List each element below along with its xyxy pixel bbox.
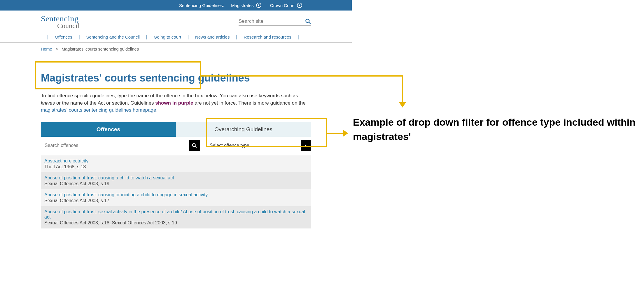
tab-overarching[interactable]: Overarching Guidelines [176, 122, 311, 137]
nav-separator: | [146, 34, 147, 39]
site-logo[interactable]: Sentencing Council [41, 15, 79, 29]
intro-paragraph: To find offence specific guidelines, typ… [41, 92, 311, 114]
intro-text: . [156, 107, 158, 113]
result-link[interactable]: Abstracting electricity [44, 158, 88, 163]
list-item: Abstracting electricity Theft Act 1968, … [41, 155, 311, 172]
top-utility-bar: Sentencing Guidelines: Magistrates Crown… [0, 0, 352, 11]
topbar-label: Sentencing Guidelines: [179, 3, 224, 8]
nav-separator: | [79, 34, 80, 39]
intro-link-homepage[interactable]: magistrates' courts sentencing guideline… [41, 107, 156, 113]
offence-type-select[interactable]: Select offence type ▼ [206, 140, 311, 151]
site-search[interactable] [239, 18, 311, 26]
nav-research[interactable]: Research and resources [244, 34, 291, 39]
breadcrumb-home[interactable]: Home [41, 47, 52, 51]
tabs: Offences Overarching Guidelines [41, 122, 311, 137]
nav-separator: | [298, 34, 299, 39]
breadcrumb: Home > Magistrates' courts sentencing gu… [0, 43, 352, 51]
intro-text: To find offence specific guidelines, typ… [41, 93, 298, 98]
svg-point-2 [192, 143, 195, 147]
result-link[interactable]: Abuse of position of trust: causing or i… [44, 192, 208, 197]
intro-italic: knives [41, 100, 55, 106]
result-subtitle: Theft Act 1968, s.13 [44, 164, 307, 169]
arrow-right-icon [343, 130, 348, 137]
results-list: Abstracting electricity Theft Act 1968, … [41, 155, 311, 228]
chevron-right-circle-icon [256, 3, 261, 8]
search-icon [192, 143, 197, 148]
intro-text: are not yet in force. There is more guid… [193, 100, 306, 106]
svg-line-3 [195, 146, 196, 148]
nav-going-to-court[interactable]: Going to court [154, 34, 181, 39]
annotation-connector [327, 133, 344, 134]
offence-search-button[interactable] [189, 140, 200, 151]
search-icon[interactable] [305, 18, 311, 24]
filter-row: Select offence type ▼ [41, 140, 311, 151]
annotation-side-note: Example of drop down filter for offence … [352, 115, 644, 144]
caret-down-icon: ▼ [304, 144, 307, 147]
result-link[interactable]: Abuse of position of trust: causing a ch… [44, 175, 174, 180]
breadcrumb-current: Magistrates' courts sentencing guideline… [62, 47, 139, 51]
topbar-link-magistrates[interactable]: Magistrates [231, 3, 261, 8]
offence-type-select-toggle[interactable]: ▼ [301, 140, 311, 151]
chevron-right-circle-icon [297, 3, 302, 8]
breadcrumb-separator: > [56, 47, 58, 51]
annotation-connector [402, 75, 403, 103]
nav-separator: | [188, 34, 189, 39]
site-search-input[interactable] [239, 18, 305, 24]
annotation-connector [201, 75, 403, 77]
list-item: Abuse of position of trust: sexual activ… [41, 206, 311, 228]
offence-type-select-label: Select offence type [206, 140, 301, 151]
svg-line-1 [309, 22, 311, 24]
page-title: Magistrates' courts sentencing guideline… [41, 72, 311, 84]
offence-search [41, 140, 200, 151]
nav-news[interactable]: News and articles [195, 34, 230, 39]
main-content: Magistrates' courts sentencing guideline… [0, 72, 352, 237]
svg-point-0 [306, 19, 309, 22]
nav-offences[interactable]: Offences [55, 34, 72, 39]
list-item: Abuse of position of trust: causing or i… [41, 189, 311, 206]
nav-separator: | [236, 34, 237, 39]
intro-purple: shown in purple [155, 100, 193, 106]
result-subtitle: Sexual Offences Act 2003, s.19 [44, 181, 307, 186]
arrow-down-icon [399, 102, 406, 108]
intro-text: or the name of the Act or section. Guide… [55, 100, 155, 106]
nav-sentencing-council[interactable]: Sentencing and the Council [86, 34, 140, 39]
topbar-link-label: Magistrates [231, 3, 254, 8]
site-header: Sentencing Council [0, 11, 352, 32]
tab-offences[interactable]: Offences [41, 122, 176, 137]
offence-search-input[interactable] [41, 140, 189, 151]
logo-line2: Council [57, 22, 79, 29]
primary-nav: | Offences | Sentencing and the Council … [0, 32, 352, 43]
topbar-link-label: Crown Court [270, 3, 295, 8]
result-subtitle: Sexual Offences Act 2003, s.17 [44, 198, 307, 203]
logo-line1: Sentencing [41, 15, 79, 23]
result-subtitle: Sexual Offences Act 2003, s.18, Sexual O… [44, 220, 307, 226]
nav-separator: | [47, 34, 48, 39]
result-link[interactable]: Abuse of position of trust: sexual activ… [44, 209, 305, 219]
list-item: Abuse of position of trust: causing a ch… [41, 172, 311, 189]
topbar-link-crown-court[interactable]: Crown Court [270, 3, 302, 8]
